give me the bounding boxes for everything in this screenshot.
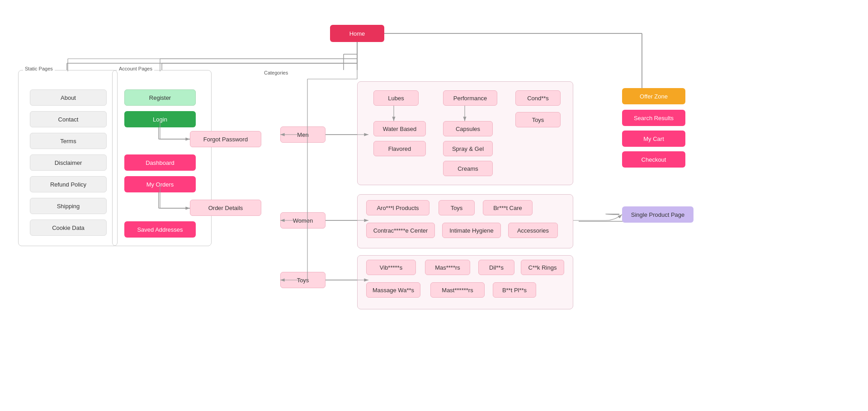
account-register[interactable]: Register bbox=[124, 89, 196, 106]
static-contact-label: Contact bbox=[58, 116, 79, 123]
account-register-label: Register bbox=[149, 94, 171, 101]
men-flavored-label: Flavored bbox=[388, 145, 411, 152]
women-brt-care-label: Br***t Care bbox=[493, 205, 522, 211]
account-my-orders[interactable]: My Orders bbox=[124, 176, 196, 192]
my-cart[interactable]: My Cart bbox=[622, 131, 685, 147]
men-creams-label: Creams bbox=[458, 165, 478, 172]
category-toys-label: Toys bbox=[297, 277, 309, 284]
toys-mast[interactable]: Mast******rs bbox=[430, 282, 485, 298]
static-contact[interactable]: Contact bbox=[30, 111, 107, 127]
account-pages-label: Account Pages bbox=[117, 66, 154, 71]
account-saved-addresses[interactable]: Saved Addresses bbox=[124, 221, 196, 238]
offer-zone[interactable]: Offer Zone bbox=[622, 88, 685, 104]
men-water-based-label: Water Based bbox=[383, 126, 417, 132]
account-saved-addresses-label: Saved Addresses bbox=[137, 226, 183, 233]
men-creams[interactable]: Creams bbox=[443, 161, 493, 176]
account-forgot-label: Forgot Password bbox=[203, 136, 248, 143]
categories-label: Categories bbox=[262, 70, 290, 75]
category-men-label: Men bbox=[297, 131, 308, 138]
static-terms-label: Terms bbox=[60, 138, 76, 145]
toys-bbt[interactable]: B**t Pl**s bbox=[493, 282, 536, 298]
account-login[interactable]: Login bbox=[124, 111, 196, 127]
women-accessories-label: Accessories bbox=[517, 227, 549, 234]
men-water-based[interactable]: Water Based bbox=[373, 121, 426, 136]
toys-massage-wa-label: Massage Wa**s bbox=[373, 287, 414, 294]
toys-mast-label: Mast******rs bbox=[442, 287, 473, 294]
static-disclaimer-label: Disclaimer bbox=[55, 159, 82, 166]
account-order-details-label: Order Details bbox=[208, 205, 243, 211]
toys-ck-rings[interactable]: C**k Rings bbox=[521, 260, 564, 275]
men-toys[interactable]: Toys bbox=[515, 112, 561, 127]
account-login-label: Login bbox=[153, 116, 167, 123]
women-intimate[interactable]: Intimate Hygiene bbox=[442, 223, 501, 238]
toys-bbt-label: B**t Pl**s bbox=[502, 287, 527, 294]
women-contrac-label: Contrac*****e Center bbox=[373, 227, 428, 234]
women-intimate-label: Intimate Hygiene bbox=[449, 227, 494, 234]
checkout[interactable]: Checkout bbox=[622, 151, 685, 168]
men-toys-label: Toys bbox=[532, 117, 544, 123]
static-about[interactable]: About bbox=[30, 89, 107, 106]
static-pages-label: Static Pages bbox=[23, 66, 55, 71]
men-capsules[interactable]: Capsules bbox=[443, 121, 493, 136]
men-conds-label: Cond**s bbox=[527, 95, 549, 102]
account-order-details[interactable]: Order Details bbox=[190, 200, 261, 216]
men-lubes[interactable]: Lubes bbox=[373, 90, 419, 106]
toys-dil[interactable]: Dil**s bbox=[478, 260, 514, 275]
static-terms[interactable]: Terms bbox=[30, 133, 107, 149]
women-arol-label: Aro***l Products bbox=[377, 205, 419, 211]
single-product-page[interactable]: Single Product Page bbox=[622, 206, 693, 223]
static-refund-label: Refund Policy bbox=[50, 181, 86, 188]
toys-mas[interactable]: Mas****rs bbox=[425, 260, 470, 275]
single-product-page-label: Single Product Page bbox=[631, 211, 685, 218]
category-toys[interactable]: Toys bbox=[280, 272, 326, 288]
men-performance[interactable]: Performance bbox=[443, 90, 497, 106]
men-performance-label: Performance bbox=[453, 95, 487, 102]
search-results-label: Search Results bbox=[634, 115, 674, 121]
women-contrac[interactable]: Contrac*****e Center bbox=[366, 223, 435, 238]
women-brt-care[interactable]: Br***t Care bbox=[483, 200, 533, 215]
static-disclaimer[interactable]: Disclaimer bbox=[30, 154, 107, 171]
home-label: Home bbox=[349, 30, 365, 37]
women-toys-label: Toys bbox=[451, 205, 463, 211]
men-lubes-label: Lubes bbox=[388, 95, 404, 102]
women-accessories[interactable]: Accessories bbox=[508, 223, 558, 238]
toys-vibs-label: Vib*****s bbox=[380, 264, 402, 271]
toys-ck-rings-label: C**k Rings bbox=[528, 264, 557, 271]
toys-dil-label: Dil**s bbox=[489, 264, 504, 271]
static-cookie[interactable]: Cookie Data bbox=[30, 220, 107, 236]
category-women-label: Women bbox=[293, 217, 313, 224]
toys-massage-wa[interactable]: Massage Wa**s bbox=[366, 282, 420, 298]
static-shipping-label: Shipping bbox=[57, 203, 80, 210]
my-cart-label: My Cart bbox=[643, 135, 664, 142]
men-spray-gel-label: Spray & Gel bbox=[452, 145, 484, 152]
account-dashboard[interactable]: Dashboard bbox=[124, 154, 196, 171]
category-women[interactable]: Women bbox=[280, 212, 326, 229]
account-my-orders-label: My Orders bbox=[146, 181, 174, 188]
men-capsules-label: Capsules bbox=[456, 126, 480, 132]
category-men[interactable]: Men bbox=[280, 126, 326, 143]
men-spray-gel[interactable]: Spray & Gel bbox=[443, 141, 493, 156]
men-conds[interactable]: Cond**s bbox=[515, 90, 561, 106]
checkout-label: Checkout bbox=[642, 156, 666, 163]
search-results[interactable]: Search Results bbox=[622, 110, 685, 126]
static-cookie-label: Cookie Data bbox=[52, 224, 85, 231]
static-shipping[interactable]: Shipping bbox=[30, 198, 107, 214]
account-dashboard-label: Dashboard bbox=[146, 159, 175, 166]
women-arol[interactable]: Aro***l Products bbox=[366, 200, 429, 215]
account-forgot-password[interactable]: Forgot Password bbox=[190, 131, 261, 147]
static-about-label: About bbox=[61, 94, 76, 101]
women-toys[interactable]: Toys bbox=[439, 200, 475, 215]
men-flavored[interactable]: Flavored bbox=[373, 141, 426, 156]
home-node[interactable]: Home bbox=[330, 25, 384, 42]
offer-zone-label: Offer Zone bbox=[640, 93, 668, 100]
static-refund[interactable]: Refund Policy bbox=[30, 176, 107, 192]
toys-mas-label: Mas****rs bbox=[435, 264, 460, 271]
toys-vibs[interactable]: Vib*****s bbox=[366, 260, 416, 275]
